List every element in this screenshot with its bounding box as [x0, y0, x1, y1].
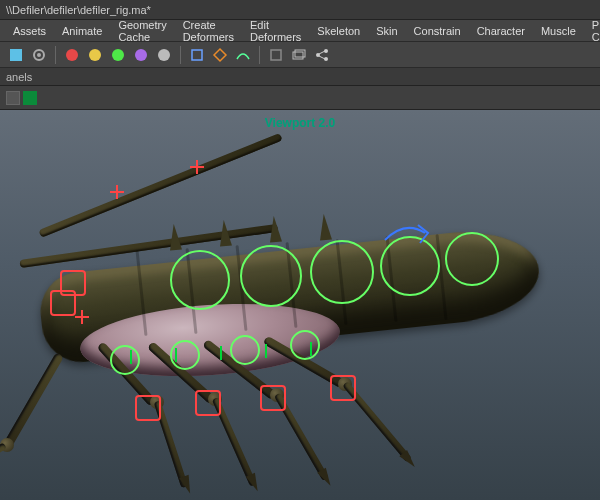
rig-box-knee-2[interactable] [195, 390, 221, 416]
menubar: Assets Animate Geometry Cache Create Def… [0, 20, 600, 42]
mini-tool-2[interactable] [23, 91, 37, 105]
spine [218, 220, 232, 247]
menu-animate[interactable]: Animate [55, 22, 109, 40]
rig-direction-arrow-icon[interactable] [380, 215, 440, 255]
sphere-red-icon[interactable] [62, 45, 82, 65]
panel-label: anels [6, 71, 32, 83]
menu-constrain[interactable]: Constrain [407, 22, 468, 40]
menu-edit-deformers[interactable]: Edit Deformers [243, 16, 308, 46]
svg-point-5 [112, 49, 124, 61]
separator [259, 46, 260, 64]
svg-rect-0 [10, 49, 22, 61]
rig-tick[interactable] [310, 342, 312, 356]
rig-circle-spine-2[interactable] [240, 245, 302, 307]
rig-box-jaw[interactable] [50, 290, 76, 316]
cube-icon[interactable] [187, 45, 207, 65]
svg-rect-8 [192, 50, 202, 60]
rig-tick[interactable] [265, 344, 267, 358]
rig-circle-hip-3[interactable] [230, 335, 260, 365]
menu-character[interactable]: Character [470, 22, 532, 40]
separator [180, 46, 181, 64]
curve-icon[interactable] [233, 45, 253, 65]
mini-tool-1[interactable] [6, 91, 20, 105]
viewport-renderer-label: Viewport 2.0 [265, 116, 335, 130]
rig-circle-hip-1[interactable] [110, 345, 140, 375]
sphere-yellow-icon[interactable] [85, 45, 105, 65]
svg-point-3 [66, 49, 78, 61]
rig-circle-spine-1[interactable] [170, 250, 230, 310]
menu-pipeline-cache[interactable]: Pipeline Cache [585, 16, 600, 46]
mini-shelf [0, 86, 600, 110]
spine [318, 214, 332, 241]
shelf-toolbar [0, 42, 600, 68]
rig-box-knee-1[interactable] [135, 395, 161, 421]
svg-point-2 [37, 53, 41, 57]
menu-assets[interactable]: Assets [6, 22, 53, 40]
svg-point-4 [89, 49, 101, 61]
menu-muscle[interactable]: Muscle [534, 22, 583, 40]
gear-icon[interactable] [29, 45, 49, 65]
creature-mesh[interactable] [0, 190, 600, 490]
svg-point-7 [158, 49, 170, 61]
share-icon[interactable] [312, 45, 332, 65]
menu-skeleton[interactable]: Skeleton [310, 22, 367, 40]
menu-create-deformers[interactable]: Create Deformers [176, 16, 241, 46]
menu-skin[interactable]: Skin [369, 22, 404, 40]
svg-rect-9 [271, 50, 281, 60]
svg-point-6 [135, 49, 147, 61]
rig-cross-antenna-1[interactable] [110, 185, 124, 199]
rig-box-knee-3[interactable] [260, 385, 286, 411]
lattice-icon[interactable] [210, 45, 230, 65]
panel-label-bar: anels [0, 68, 600, 86]
sphere-gray-icon[interactable] [154, 45, 174, 65]
rig-cross-antenna-2[interactable] [190, 160, 204, 174]
rig-cross-mouth[interactable] [75, 310, 89, 324]
rig-box-knee-4[interactable] [330, 375, 356, 401]
sphere-purple-icon[interactable] [131, 45, 151, 65]
box-icon[interactable] [266, 45, 286, 65]
file-path: \\Defiler\defiler\defiler_rig.ma* [6, 4, 151, 16]
rig-tick[interactable] [220, 346, 222, 360]
viewport[interactable]: Viewport 2.0 [0, 110, 600, 500]
rig-circle-spine-5[interactable] [445, 232, 499, 286]
separator [55, 46, 56, 64]
rig-circle-spine-3[interactable] [310, 240, 374, 304]
rig-tick[interactable] [175, 348, 177, 362]
antenna-upper [39, 133, 283, 238]
spine [268, 216, 282, 243]
spine [168, 224, 182, 251]
scene-icon[interactable] [6, 45, 26, 65]
menu-geometry-cache[interactable]: Geometry Cache [111, 16, 173, 46]
layers-icon[interactable] [289, 45, 309, 65]
rig-tick[interactable] [130, 350, 132, 364]
sphere-green-icon[interactable] [108, 45, 128, 65]
rig-circle-hip-4[interactable] [290, 330, 320, 360]
